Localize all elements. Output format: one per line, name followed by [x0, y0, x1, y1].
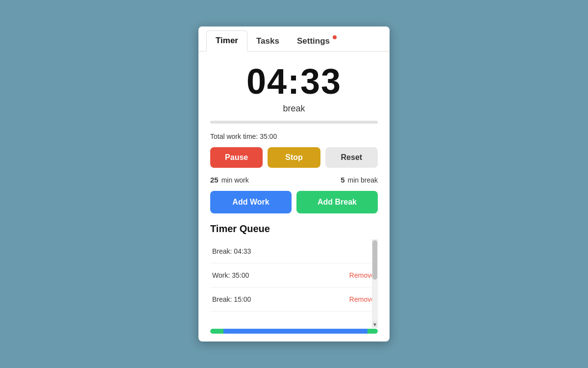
work-minutes-value: 25: [210, 176, 219, 184]
progress-segment-green2: [368, 329, 378, 334]
tab-bar: Timer Tasks Settings: [198, 26, 390, 52]
total-work-time: Total work time: 35:00: [210, 132, 378, 140]
progress-bar-container: [210, 121, 378, 124]
queue-remove-button[interactable]: Remove: [349, 295, 375, 303]
queue-item: Work: 35:00 Remove: [210, 263, 377, 288]
scrollbar-track: ▲ ▼: [372, 239, 378, 328]
break-minutes-value: 5: [341, 176, 344, 184]
stop-button[interactable]: Stop: [268, 147, 320, 168]
queue-list[interactable]: Break: 04:33 Work: 35:00 Remove Break: 1…: [210, 239, 378, 328]
app-container: Timer Tasks Settings 04:33 break Total w…: [198, 26, 390, 342]
queue-title: Timer Queue: [210, 223, 378, 235]
add-buttons: Add Work Add Break: [210, 191, 378, 213]
reset-button[interactable]: Reset: [325, 147, 378, 168]
queue-remove-button[interactable]: Remove: [349, 271, 375, 279]
scrollbar-thumb[interactable]: [372, 240, 377, 280]
main-content: 04:33 break Total work time: 35:00 Pause…: [198, 52, 390, 342]
queue-item-label: Break: 15:00: [212, 295, 251, 303]
work-minutes-label: min work: [221, 176, 338, 184]
tab-settings[interactable]: Settings: [288, 31, 339, 51]
add-break-button[interactable]: Add Break: [296, 191, 378, 213]
timer-display: 04:33: [210, 61, 378, 102]
progress-segment-green1: [210, 329, 223, 334]
queue-item: Break: 04:33: [210, 239, 377, 263]
settings-accent-dot: [333, 35, 337, 39]
queue-item-label: Work: 35:00: [212, 271, 249, 279]
queue-container: Break: 04:33 Work: 35:00 Remove Break: 1…: [210, 239, 378, 328]
scrollbar-down-button[interactable]: ▼: [372, 321, 378, 328]
add-work-button[interactable]: Add Work: [210, 191, 292, 213]
timer-mode: break: [210, 104, 378, 114]
break-minutes-label: min break: [348, 176, 378, 184]
tab-timer[interactable]: Timer: [206, 30, 247, 52]
control-buttons: Pause Stop Reset: [210, 147, 378, 168]
queue-item: Break: 15:00 Remove: [210, 288, 377, 312]
bottom-progress-bar: [210, 329, 378, 334]
tab-tasks[interactable]: Tasks: [247, 31, 288, 51]
queue-item-label: Break: 04:33: [212, 247, 251, 255]
progress-segment-blue: [223, 329, 368, 334]
pause-button[interactable]: Pause: [210, 147, 263, 168]
timer-queue-section: Timer Queue Break: 04:33 Work: 35:00 Rem…: [210, 223, 378, 328]
progress-bar-fill: [210, 121, 244, 124]
min-controls: 25 min work 5 min break: [210, 176, 378, 184]
